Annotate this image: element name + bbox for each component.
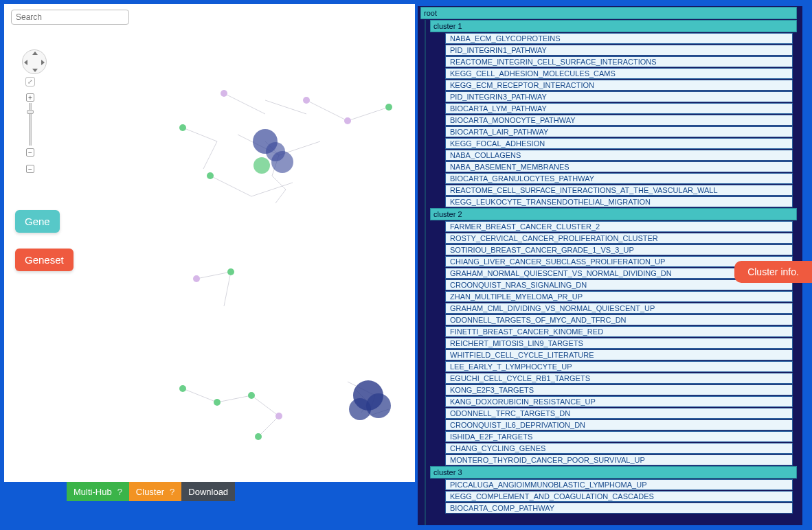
- pan-down-icon: [32, 69, 38, 72]
- geneset-item[interactable]: REICHERT_MITOSIS_LIN9_TARGETS: [445, 338, 793, 349]
- svg-point-31: [344, 117, 351, 124]
- svg-line-15: [224, 272, 231, 306]
- geneset-item[interactable]: KEGG_COMPLEMENT_AND_COAGULATION_CASCADES: [445, 491, 793, 502]
- geneset-item[interactable]: PID_INTEGRIN1_PATHWAY: [445, 45, 793, 56]
- geneset-item[interactable]: KEGG_CELL_ADHESION_MOLECULES_CAMS: [445, 68, 793, 79]
- network-panel: ⤢ + − − Gene Geneset: [4, 4, 415, 482]
- geneset-item[interactable]: SOTIRIOU_BREAST_CANCER_GRADE_1_VS_3_UP: [445, 244, 793, 255]
- geneset-item[interactable]: REACTOME_INTEGRIN_CELL_SURFACE_INTERACTI…: [445, 56, 793, 67]
- cluster-button[interactable]: Cluster ?: [129, 482, 181, 501]
- geneset-item[interactable]: KANG_DOXORUBICIN_RESISTANCE_UP: [445, 396, 793, 407]
- bottom-toolbar: Multi-Hub ? Cluster ? Download: [67, 482, 235, 501]
- svg-point-41: [214, 399, 221, 406]
- geneset-item[interactable]: KEGG_FOCAL_ADHESION: [445, 138, 793, 149]
- search-input[interactable]: [11, 10, 129, 25]
- geneset-item[interactable]: BIOCARTA_GRANULOCYTES_PATHWAY: [445, 173, 793, 184]
- geneset-item[interactable]: NABA_ECM_GLYCOPROTEINS: [445, 33, 793, 44]
- svg-point-42: [248, 392, 255, 399]
- geneset-item[interactable]: BIOCARTA_LYM_PATHWAY: [445, 103, 793, 114]
- geneset-item[interactable]: ZHAN_MULTIPLE_MYELOMA_PR_UP: [445, 291, 793, 302]
- cluster-header[interactable]: cluster 2: [430, 208, 797, 220]
- pan-up-icon: [32, 51, 38, 55]
- svg-line-17: [217, 395, 251, 402]
- svg-line-14: [196, 272, 231, 279]
- pan-control[interactable]: [22, 49, 47, 74]
- geneset-item[interactable]: REACTOME_CELL_SURFACE_INTERACTIONS_AT_TH…: [445, 185, 793, 196]
- svg-point-32: [385, 104, 392, 111]
- svg-line-2: [306, 100, 348, 121]
- cluster-header[interactable]: cluster 3: [430, 466, 797, 479]
- svg-line-6: [210, 176, 251, 196]
- svg-point-30: [303, 97, 310, 104]
- geneset-item[interactable]: WHITFIELD_CELL_CYCLE_LITERATURE: [445, 349, 793, 360]
- svg-point-27: [271, 151, 293, 173]
- geneset-item[interactable]: PID_INTEGRIN3_PATHWAY: [445, 91, 793, 102]
- svg-line-3: [348, 107, 389, 121]
- svg-point-28: [253, 157, 270, 174]
- svg-point-43: [275, 413, 282, 419]
- svg-point-44: [255, 433, 262, 440]
- svg-point-29: [221, 90, 227, 97]
- svg-line-11: [275, 189, 286, 203]
- svg-point-35: [193, 275, 200, 282]
- svg-line-10: [272, 176, 286, 189]
- geneset-item[interactable]: FINETTI_BREAST_CANCER_KINOME_RED: [445, 326, 793, 337]
- geneset-item[interactable]: KONG_E2F3_TARGETS: [445, 384, 793, 395]
- geneset-item[interactable]: EGUCHI_CELL_CYCLE_RB1_TARGETS: [445, 373, 793, 384]
- pan-left-icon: [24, 60, 27, 65]
- multihub-label: Multi-Hub: [74, 487, 112, 497]
- geneset-item[interactable]: ODONNELL_TARGETS_OF_MYC_AND_TFRC_DN: [445, 314, 793, 325]
- gene-button[interactable]: Gene: [15, 210, 60, 233]
- geneset-item[interactable]: KEGG_LEUKOCYTE_TRANSENDOTHELIAL_MIGRATIO…: [445, 196, 793, 207]
- geneset-button[interactable]: Geneset: [15, 249, 74, 271]
- svg-line-19: [258, 416, 279, 437]
- svg-line-7: [251, 183, 293, 196]
- geneset-item[interactable]: ROSTY_CERVICAL_CANCER_PROLIFERATION_CLUS…: [445, 233, 793, 244]
- network-graph[interactable]: [142, 66, 416, 471]
- cluster-header[interactable]: cluster 1: [430, 20, 797, 32]
- geneset-item[interactable]: MONTERO_THYROID_CANCER_POOR_SURVIVAL_UP: [445, 454, 793, 465]
- geneset-item[interactable]: CHANG_CYCLING_GENES: [445, 443, 793, 454]
- svg-line-16: [183, 389, 217, 402]
- zoom-out-button[interactable]: −: [26, 148, 34, 157]
- svg-point-40: [179, 385, 186, 392]
- download-button[interactable]: Download: [181, 482, 235, 501]
- svg-point-34: [179, 124, 186, 131]
- svg-line-1: [265, 100, 306, 114]
- geneset-item[interactable]: PICCALUGA_ANGIOIMMUNOBLASTIC_LYMPHOMA_UP: [445, 479, 793, 490]
- svg-point-33: [207, 172, 214, 179]
- cluster-info-tab[interactable]: Cluster info.: [734, 261, 812, 283]
- geneset-item[interactable]: BIOCARTA_LAIR_PATHWAY: [445, 126, 793, 137]
- geneset-item[interactable]: CROONQUIST_IL6_DEPRIVATION_DN: [445, 419, 793, 430]
- svg-line-13: [203, 141, 217, 169]
- geneset-item[interactable]: NABA_BASEMENT_MEMBRANES: [445, 161, 793, 172]
- svg-line-18: [251, 395, 279, 416]
- pan-right-icon: [41, 60, 45, 65]
- geneset-item[interactable]: ISHIDA_E2F_TARGETS: [445, 431, 793, 442]
- geneset-item[interactable]: LEE_EARLY_T_LYMPHOCYTE_UP: [445, 361, 793, 372]
- geneset-item[interactable]: ODONNELL_TFRC_TARGETS_DN: [445, 408, 793, 419]
- geneset-item[interactable]: GRAHAM_CML_DIVIDING_VS_NORMAL_QUIESCENT_…: [445, 303, 793, 314]
- zoom-in-button[interactable]: +: [26, 93, 34, 102]
- tree-connector: [425, 20, 426, 525]
- geneset-item[interactable]: NABA_COLLAGENS: [445, 150, 793, 161]
- geneset-item[interactable]: FARMER_BREAST_CANCER_CLUSTER_2: [445, 221, 793, 232]
- svg-point-39: [349, 398, 371, 420]
- svg-line-0: [224, 93, 265, 114]
- help-icon[interactable]: ?: [170, 487, 174, 497]
- tree-root[interactable]: root: [420, 7, 797, 19]
- multihub-button[interactable]: Multi-Hub ?: [67, 482, 129, 501]
- geneset-item[interactable]: BIOCARTA_MONOCYTE_PATHWAY: [445, 115, 793, 126]
- cluster-label: Cluster: [136, 487, 164, 497]
- fit-view-button[interactable]: ⤢: [25, 77, 35, 87]
- svg-line-12: [183, 128, 217, 141]
- svg-point-36: [227, 268, 234, 275]
- zoom-slider-handle[interactable]: [27, 110, 34, 114]
- help-icon[interactable]: ?: [117, 487, 122, 497]
- zoom-reset-button[interactable]: −: [26, 165, 34, 173]
- geneset-item[interactable]: BIOCARTA_COMP_PATHWAY: [445, 503, 793, 514]
- geneset-item[interactable]: KEGG_ECM_RECEPTOR_INTERACTION: [445, 80, 793, 91]
- download-label: Download: [188, 487, 228, 497]
